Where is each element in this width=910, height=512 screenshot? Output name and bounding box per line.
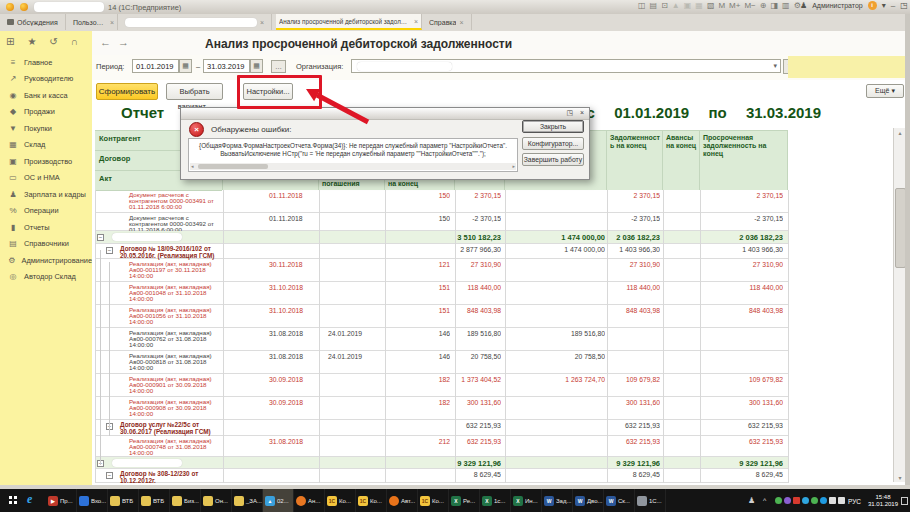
- start-button[interactable]: [9, 496, 12, 499]
- print-preview-icon[interactable]: ⊡: [661, 1, 668, 10]
- tray-user-icon[interactable]: ♟: [748, 496, 755, 505]
- tab-close-icon[interactable]: ×: [414, 18, 418, 25]
- dialog-horizontal-scrollbar[interactable]: ◂ ▸: [190, 163, 516, 170]
- table-row[interactable]: Документ расчетов с контрагентом 0000-00…: [95, 213, 788, 231]
- sidebar-item-продажи[interactable]: ◆Продажи: [0, 104, 92, 120]
- taskbar-app-word[interactable]: WЗад...: [542, 489, 573, 512]
- save-icon[interactable]: ◫: [638, 1, 646, 10]
- tab-справка[interactable]: Справка×: [426, 14, 472, 30]
- period-to-input[interactable]: 31.03.2019: [203, 59, 250, 73]
- taskbar-app-folder[interactable]: ВТБ: [139, 489, 170, 512]
- m-minus-icon[interactable]: M−: [744, 1, 755, 10]
- taskbar-app-word[interactable]: WСк...: [604, 489, 635, 512]
- tree-collapse-icon[interactable]: −: [106, 472, 113, 479]
- table-row[interactable]: −Договор № 308-12/230 от 10.12.2012г.8 6…: [95, 469, 788, 483]
- scroll-right-icon[interactable]: ▸: [512, 163, 515, 170]
- taskbar-app-folder[interactable]: _ЗА...: [232, 489, 263, 512]
- tab-close-icon[interactable]: ×: [260, 19, 264, 26]
- generate-button[interactable]: Сформировать: [96, 83, 158, 100]
- tree-collapse-icon[interactable]: −: [97, 234, 104, 241]
- sidebar-item-покупки[interactable]: ▼Покупки: [0, 120, 92, 136]
- table-row[interactable]: Реализация (акт, накладная) Ав00-001048 …: [95, 282, 788, 305]
- send-icon[interactable]: ▲: [672, 1, 680, 10]
- tray-skype-icon[interactable]: [820, 497, 827, 504]
- more-button[interactable]: Ещё ▾: [866, 84, 904, 98]
- combo-dropdown-icon[interactable]: ▾: [773, 62, 777, 70]
- columns-icon[interactable]: ▥: [782, 1, 790, 10]
- scroll-up-icon[interactable]: ▴: [895, 129, 905, 136]
- tab-close-icon[interactable]: ×: [459, 19, 463, 26]
- chevron-down-icon[interactable]: ▾: [882, 1, 886, 10]
- sections-menu-icon[interactable]: ⊞: [6, 36, 14, 47]
- table-row[interactable]: Реализация (акт, накладная) Ав00-000908 …: [95, 397, 788, 420]
- tray-green-icon[interactable]: [811, 497, 818, 504]
- taskbar-app-folder[interactable]: Биз...: [170, 489, 201, 512]
- minimize-button[interactable]: –: [891, 1, 895, 10]
- taskbar-app-excel[interactable]: XРе...: [449, 489, 480, 512]
- info-icon[interactable]: i: [868, 1, 877, 10]
- taskbar-app-app-1c-blue[interactable]: ▲02...: [263, 489, 294, 512]
- period-from-input[interactable]: 01.01.2019: [132, 59, 179, 73]
- taskbar-app-1c[interactable]: 1СКо...: [356, 489, 387, 512]
- note-icon[interactable]: ▣: [684, 1, 692, 10]
- period-more-button[interactable]: …: [271, 60, 286, 73]
- sidebar-item-зарплата-и-кадры[interactable]: ♟Зарплата и кадры: [0, 186, 92, 202]
- tab-close-icon[interactable]: ×: [110, 19, 114, 26]
- sidebar-item-операции[interactable]: %Операции: [0, 203, 92, 219]
- favorites-star-icon[interactable]: ★: [27, 36, 36, 47]
- notifications-bell-icon[interactable]: ∩: [71, 36, 78, 47]
- dialog-close-icon[interactable]: ×: [580, 109, 584, 116]
- sidebar-item-склад[interactable]: ▦Склад: [0, 137, 92, 153]
- tray-red-app-icon[interactable]: [793, 497, 800, 504]
- taskbar-app-monitor[interactable]: 1С...: [635, 489, 666, 512]
- taskbar-app-excel[interactable]: XИн...: [511, 489, 542, 512]
- restore-button[interactable]: ◳: [900, 1, 908, 10]
- edge-browser-icon[interactable]: e: [27, 492, 32, 507]
- taskbar-app-firefox[interactable]: Ан...: [294, 489, 325, 512]
- taskbar-app-excel[interactable]: X1с...: [480, 489, 511, 512]
- notification-center-icon[interactable]: [901, 497, 908, 505]
- configurator-button[interactable]: Конфигуратор...: [522, 137, 584, 150]
- tray-user-green-icon[interactable]: [775, 497, 782, 504]
- sidebar-item-отчеты[interactable]: ▮Отчеты: [0, 219, 92, 235]
- language-indicator[interactable]: РУС: [848, 498, 861, 505]
- terminate-button[interactable]: Завершить работу: [522, 153, 584, 166]
- taskbar-app-1c[interactable]: 1СКо...: [418, 489, 449, 512]
- choose-variant-button[interactable]: Выбрать вариант...: [166, 83, 223, 100]
- scrollbar-thumb[interactable]: [198, 164, 268, 169]
- taskbar-app-1c[interactable]: 1СКо...: [325, 489, 356, 512]
- table-row[interactable]: −Договор № 18/09-2016/102 от 20.05.2016г…: [95, 244, 788, 259]
- scroll-left-icon[interactable]: ◂: [191, 163, 194, 170]
- vertical-scrollbar[interactable]: ▴ ▾: [893, 128, 905, 482]
- table-row[interactable]: Документ расчетов с контрагентом 0000-00…: [95, 190, 788, 213]
- table-row[interactable]: Реализация (акт, накладная) Ав00-000748 …: [95, 436, 788, 457]
- tray-network-icon[interactable]: [829, 497, 836, 504]
- table-row[interactable]: Реализация (акт, накладная) Ав00-001056 …: [95, 305, 788, 328]
- tab-обсуждения[interactable]: Обсуждения: [4, 14, 66, 30]
- calendar-icon[interactable]: ▦: [250, 59, 263, 73]
- taskbar-app-avt[interactable]: Авт...: [387, 489, 418, 512]
- sidebar-item-банк-и-касса[interactable]: ◉Банк и касса: [0, 87, 92, 103]
- sidebar-item-главное[interactable]: ≡Главное: [0, 54, 92, 70]
- tree-collapse-icon[interactable]: −: [106, 247, 113, 254]
- table-row[interactable]: −9 329 121,969 329 121,969 329 121,96: [95, 457, 788, 469]
- forward-button[interactable]: →: [118, 36, 129, 48]
- sidebar-item-производство[interactable]: ▣Производство: [0, 153, 92, 169]
- sidebar-item-ос-и-нма[interactable]: ▭ОС и НМА: [0, 170, 92, 186]
- taskbar-app-folder[interactable]: Он...: [201, 489, 232, 512]
- tab-пользователи[interactable]: Пользователи×: [70, 14, 118, 30]
- back-button[interactable]: ←: [100, 36, 111, 48]
- tray-expand-icon[interactable]: ^: [763, 497, 766, 504]
- clock[interactable]: 15:48 31.01.2019: [866, 494, 900, 508]
- m-icon[interactable]: M: [718, 1, 725, 10]
- history-icon[interactable]: ↺: [49, 36, 57, 47]
- scroll-down-icon[interactable]: ▾: [895, 474, 905, 481]
- table-row[interactable]: −3 510 182,231 474 000,002 036 182,232 0…: [95, 231, 788, 244]
- print-icon[interactable]: ▤: [650, 1, 658, 10]
- tray-viber-icon[interactable]: [784, 497, 791, 504]
- table-row[interactable]: Реализация (акт, накладная) Ав00-001197 …: [95, 259, 788, 282]
- tab-анализ[interactable]: Анализ просроченной дебиторской задолжен…: [276, 14, 422, 30]
- sidebar-item-справочники[interactable]: ▤Справочники: [0, 236, 92, 252]
- table-row[interactable]: Реализация (акт, накладная) Ав00-000762 …: [95, 328, 788, 351]
- taskbar-app-folder[interactable]: ВТБ: [108, 489, 139, 512]
